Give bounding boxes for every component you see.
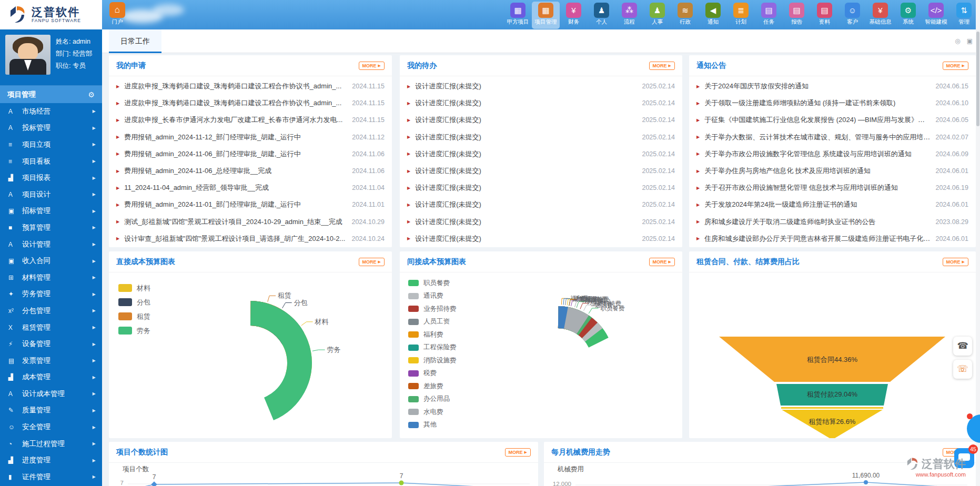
list-item[interactable]: ▶住房和城乡建设部办公厅关于同意吉林省开展二级建造师注册证书电子化试点...20… [689,230,976,247]
legend-item[interactable]: 人员工资 [408,316,457,329]
sidebar-item-15[interactable]: ⚡设备管理▶ [0,336,102,352]
list-item[interactable]: ▶设计进度汇报(未提交)2025.02.14 [400,112,682,128]
sidebar-item-23[interactable]: ▮证件管理▶ [0,469,102,485]
sidebar-item-6[interactable]: A项目设计▶ [0,186,102,203]
sidebar-item-2[interactable]: A投标管理▶ [0,120,102,137]
nav-item-portal[interactable]: ⌂ 门户 [105,2,129,29]
legend-item[interactable]: 劳务 [118,323,150,338]
nav-item-3[interactable]: ¥财务 [560,2,588,29]
nav-item-1[interactable]: ▦甲方项目 [504,2,532,29]
list-item[interactable]: ▶进度款申报_珠海鹤港口建设_珠海鹤港口建设工程合作协议书_admin_...2… [109,78,392,95]
contact-phone-button[interactable]: ☏ [953,360,972,379]
legend-item[interactable]: 业务招待费 [408,302,457,316]
legend-item[interactable]: 消防设施费 [408,354,457,367]
nav-item-8[interactable]: ◀通知 [699,2,727,29]
list-item[interactable]: ▶关于2024年国庆节放假安排的通知2024.06.15 [689,78,976,95]
legend-item[interactable]: 差旅费 [408,380,457,393]
nav-item-11[interactable]: ▤报告 [783,2,811,29]
tab-daily-work[interactable]: 日常工作 [109,29,161,53]
data-marker[interactable] [151,481,157,486]
sidebar-item-20[interactable]: ☺安全管理▶ [0,419,102,436]
list-item[interactable]: ▶设计进度汇报(未提交)2025.02.14 [400,179,682,196]
sidebar-item-16[interactable]: ▤发票管理▶ [0,352,102,369]
legend-item[interactable]: 工程保险费 [408,341,457,355]
list-item[interactable]: ▶11_2024-11-04_admin_经营部_领导审批__完成2024.11… [109,179,392,196]
nav-item-16[interactable]: </>智能建模 [922,2,950,29]
list-item[interactable]: ▶设计进度汇报(未提交)2025.02.14 [400,95,682,112]
legend-item[interactable]: 分包 [118,295,150,309]
legend-item[interactable]: 办公用品 [408,393,457,406]
sidebar-item-17[interactable]: ▟成本管理▶ [0,369,102,386]
list-item[interactable]: ▶设计进度汇报(未提交)2025.02.14 [400,129,682,146]
list-item[interactable]: ▶进度款申报_长春市伊通河水力发电厂改建工程_长春市伊通河水力发电...2024… [109,112,392,128]
legend-item[interactable]: 其他 [408,419,457,432]
list-item[interactable]: ▶设计进度汇报(未提交)2025.02.14 [400,230,682,247]
list-item[interactable]: ▶关于领取一级注册建造师增项贴的通知 (须持一建证书前来领取)2024.06.1… [689,95,976,112]
sidebar-item-22[interactable]: ▟进度管理▶ [0,452,102,469]
sidebar-item-10[interactable]: ▣收入合同▶ [0,252,102,269]
sidebar-item-13[interactable]: x²分包管理▶ [0,302,102,319]
sidebar-item-7[interactable]: ▣招标管理▶ [0,203,102,220]
nav-item-2[interactable]: ▦项目管理 [532,2,560,29]
nav-item-12[interactable]: ▤资料 [811,2,838,29]
data-marker[interactable] [399,481,404,485]
nav-item-9[interactable]: ≣计划 [727,2,755,29]
nav-item-6[interactable]: ♟人事 [643,2,671,29]
list-item[interactable]: ▶设计进度汇报(未提交)2025.02.14 [400,214,682,230]
list-item[interactable]: ▶关于举办市政公用设施数字化管理信息 系统建设与应用培训班的通知2024.06.… [689,146,976,163]
more-button[interactable]: MORE▶ [359,258,385,266]
more-button[interactable]: MORE▶ [943,62,968,70]
donut-segment-劳务[interactable] [250,301,312,420]
more-button[interactable]: MORE▶ [943,258,968,266]
lock-screen-icon[interactable]: ◎ [955,37,960,45]
nav-item-4[interactable]: ♟个人 [588,2,615,29]
customer-service-button[interactable]: ☎ [953,337,972,356]
list-item[interactable]: ▶关于举办住房与房地产信息化 技术及应用培训班的通知2024.06.01 [689,163,976,179]
list-item[interactable]: ▶房和城乡建设厅关于取消二级建造师临时执业证书的公告2023.08.29 [689,214,976,230]
sidebar-item-11[interactable]: ⊞材料管理▶ [0,269,102,286]
sidebar-item-14[interactable]: X租赁管理▶ [0,319,102,336]
list-item[interactable]: ▶费用报销_admin_2024-11-06_部门经理审批_胡建,_运行中202… [109,146,392,163]
sidebar-item-12[interactable]: ✦劳务管理▶ [0,286,102,303]
sidebar-item-21[interactable]: ◔施工过程管理▶ [0,436,102,452]
list-item[interactable]: ▶设计进度汇报(未提交)2025.02.14 [400,163,682,179]
nav-item-13[interactable]: ☺客户 [838,2,866,29]
fullscreen-icon[interactable]: ▣ [967,37,973,45]
list-item[interactable]: ▶进度款申报_珠海鹤港口建设_珠海鹤港口建设工程合作协议书_admin_...2… [109,95,392,112]
nav-item-17[interactable]: ⇅管理 [950,2,978,29]
legend-item[interactable]: 租赁 [118,309,150,323]
legend-item[interactable]: 水电费 [408,406,457,419]
list-item[interactable]: ▶设计审查_彭祖新城"四馆"景观工程设计项目_请选择_胡广生_2024-10-2… [109,230,392,247]
list-item[interactable]: ▶费用报销_admin_2024-11-01_部门经理审批_胡建,_运行中202… [109,196,392,213]
nav-item-5[interactable]: ⁂流程 [615,2,643,29]
gear-icon[interactable]: ⚙ [88,90,95,99]
sidebar-item-5[interactable]: ▟项目报表▶ [0,169,102,186]
legend-item[interactable]: 通讯费 [408,290,457,303]
list-item[interactable]: ▶关于发放2024年第24批一级建造师注册证书的通知2024.06.01 [689,196,976,213]
list-item[interactable]: ▶设计进度汇报(未提交)2025.02.14 [400,146,682,163]
nav-item-7[interactable]: ≋行政 [671,2,699,29]
legend-item[interactable]: 职员餐费 [408,277,457,290]
list-item[interactable]: ▶于征集《中国建筑施工行业信息化发展报告 (2024) —BIM应用与发展》材料… [689,112,976,128]
sidebar-item-3[interactable]: ≡项目立项▶ [0,136,102,153]
list-item[interactable]: ▶关于召开市政公用设施智慧化管理 信息技术与应用培训班的通知2024.06.19 [689,179,976,196]
sidebar-item-18[interactable]: A设计成本管理▶ [0,386,102,402]
sidebar-item-4[interactable]: ≡项目看板▶ [0,153,102,170]
nav-item-10[interactable]: ▤任务 [755,2,783,29]
list-item[interactable]: ▶费用报销_admin_2024-11-06_总经理审批__完成2024.11.… [109,163,392,179]
more-button[interactable]: MORE▶ [505,448,531,457]
legend-item[interactable]: 税费 [408,367,457,380]
sidebar-item-1[interactable]: A市场经营▶ [0,103,102,120]
data-marker[interactable] [864,480,868,484]
nav-item-15[interactable]: ⚙系统 [894,2,922,29]
more-button[interactable]: MORE▶ [359,62,385,70]
legend-item[interactable]: 材料 [118,281,150,295]
nav-item-14[interactable]: ¥基础信息 [866,2,894,29]
list-item[interactable]: ▶测试_彭祖新城"四馆"景观工程设计项目_2024-10-29_admin_结束… [109,214,392,230]
legend-item[interactable]: 福利费 [408,328,457,341]
sidebar-item-9[interactable]: A设计管理▶ [0,236,102,253]
list-item[interactable]: ▶设计进度汇报(未提交)2025.02.14 [400,78,682,95]
sidebar-item-8[interactable]: ■预算管理▶ [0,219,102,236]
more-button[interactable]: MORE▶ [649,258,675,266]
list-item[interactable]: ▶设计进度汇报(未提交)2025.02.14 [400,196,682,213]
